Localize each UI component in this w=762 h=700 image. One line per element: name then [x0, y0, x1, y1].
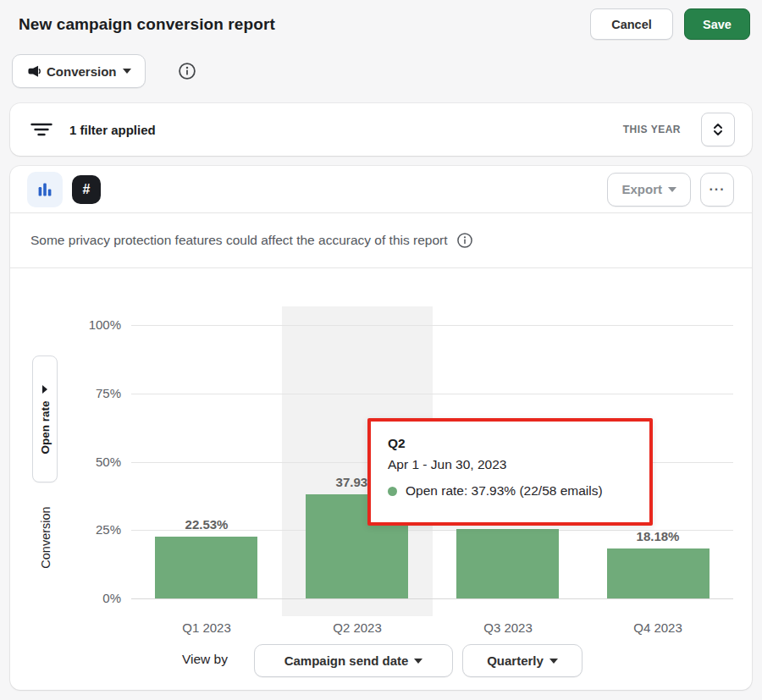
- bar-q3-2023[interactable]: [456, 529, 559, 598]
- filter-icon: [30, 122, 52, 137]
- report-card: # Export ··· Some privacy protection fea…: [10, 166, 752, 690]
- export-button[interactable]: Export: [607, 173, 691, 207]
- gridline-0: [131, 598, 733, 599]
- view-by-label: View by: [182, 652, 228, 667]
- y-axis-tick: 50%: [70, 455, 121, 469]
- y-axis-tick: 25%: [70, 522, 121, 537]
- page-title: New campaign conversion report: [19, 15, 275, 34]
- chevron-down-icon: [414, 659, 422, 664]
- megaphone-icon: [26, 64, 41, 79]
- x-axis-tick: Q4 2023: [583, 620, 733, 635]
- up-down-chevrons-icon: [712, 123, 724, 136]
- granularity-select[interactable]: Quarterly: [462, 644, 583, 677]
- tooltip-date-range: Apr 1 - Jun 30, 2023: [388, 457, 632, 472]
- metric-info-icon[interactable]: [177, 61, 197, 81]
- open-rate-metric-button[interactable]: Open rate: [32, 356, 58, 482]
- open-rate-label: Open rate: [39, 400, 52, 454]
- y-axis-title-text: Conversion: [39, 506, 52, 568]
- privacy-message: Some privacy protection features could a…: [30, 233, 448, 248]
- dimension-select[interactable]: Campaign send date: [254, 644, 453, 677]
- chevron-down-icon: [123, 69, 131, 74]
- date-range-label: THIS YEAR: [623, 124, 681, 135]
- bar-q4-2023[interactable]: [607, 548, 710, 598]
- x-axis-tick: Q1 2023: [131, 620, 282, 635]
- tooltip-series-text: Open rate: 37.93% (22/58 emails): [406, 483, 603, 499]
- y-axis-tick: 100%: [70, 317, 121, 332]
- bar-chart-view-toggle[interactable]: [27, 172, 63, 207]
- dimension-select-label: Campaign send date: [284, 653, 409, 668]
- granularity-select-label: Quarterly: [487, 653, 544, 668]
- gridline-75: [131, 394, 733, 394]
- privacy-notice: Some privacy protection features could a…: [10, 213, 752, 268]
- y-axis-title: Conversion: [34, 491, 58, 584]
- gridline-100: [131, 325, 733, 326]
- view-by-controls: View by Campaign send date Quarterly: [10, 644, 752, 677]
- bar-q1-2023[interactable]: [155, 537, 257, 598]
- date-range-toggle-button[interactable]: [701, 113, 735, 146]
- bar-chart-icon: [36, 181, 53, 198]
- x-axis-tick: Q3 2023: [433, 620, 583, 635]
- chart-tooltip: Q2 Apr 1 - Jun 30, 2023 Open rate: 37.93…: [367, 418, 653, 526]
- y-axis-tick: 75%: [70, 386, 121, 400]
- report-toolbar: # Export ···: [10, 166, 752, 213]
- metric-selector-label: Conversion: [47, 64, 117, 79]
- x-axis-tick: Q2 2023: [282, 620, 433, 635]
- more-actions-button[interactable]: ···: [700, 173, 734, 207]
- numeric-view-toggle[interactable]: #: [72, 175, 101, 204]
- metric-selector-button[interactable]: Conversion: [12, 54, 146, 88]
- series-color-dot: [388, 487, 397, 496]
- y-axis-tick: 0%: [70, 591, 121, 605]
- save-button[interactable]: Save: [684, 8, 750, 40]
- bar-value-label: 18.18%: [607, 529, 709, 543]
- bar-value-label: 22.53%: [156, 517, 257, 532]
- chevron-down-icon: [549, 659, 558, 664]
- chevron-down-icon: [668, 187, 676, 192]
- filter-bar: 1 filter applied THIS YEAR: [10, 103, 752, 156]
- tooltip-title: Q2: [388, 436, 632, 451]
- chevron-down-icon: [42, 385, 47, 394]
- filter-summary[interactable]: 1 filter applied: [69, 123, 156, 137]
- export-label: Export: [621, 182, 662, 196]
- privacy-info-icon[interactable]: [456, 232, 473, 249]
- cancel-button[interactable]: Cancel: [590, 8, 673, 40]
